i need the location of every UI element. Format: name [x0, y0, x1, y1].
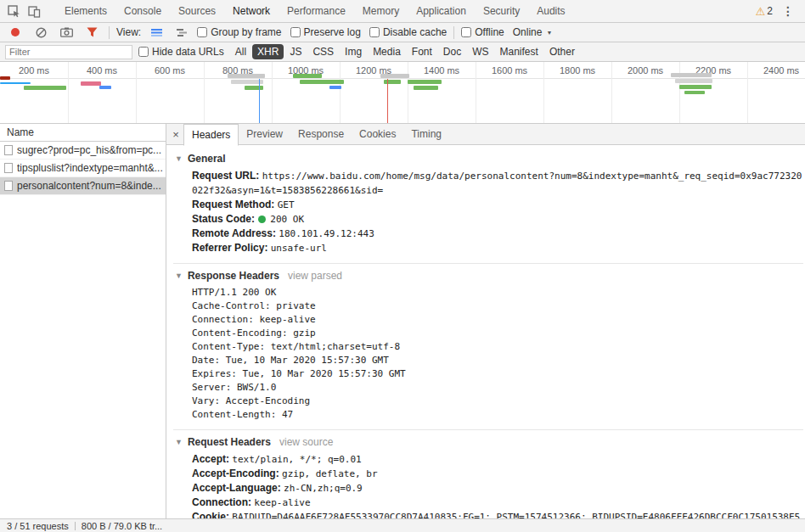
filter-type-css[interactable]: CSS	[307, 44, 339, 59]
detail-tab-timing[interactable]: Timing	[403, 124, 449, 144]
tab-network[interactable]: Network	[224, 0, 279, 22]
tab-memory[interactable]: Memory	[354, 0, 408, 22]
group-by-frame-checkbox-input[interactable]	[197, 27, 207, 37]
filter-type-js[interactable]: JS	[284, 44, 307, 59]
timeline-tick: 200 ms	[0, 62, 68, 78]
disable-cache-checkbox-input[interactable]	[369, 27, 380, 37]
waterfall-bar	[684, 91, 705, 94]
throttling-dropdown[interactable]: Online ▼	[509, 26, 556, 38]
detail-tab-headers[interactable]: Headers	[183, 124, 239, 146]
header-row: Accept-Language: zh-CN,zh;q=0.9	[173, 481, 803, 496]
header-value: keep-alive	[254, 497, 310, 508]
devtools-menu-icon[interactable]: ⋮	[780, 4, 797, 18]
view-toggle-link[interactable]: view parsed	[288, 270, 342, 282]
offline-checkbox[interactable]: Offline	[461, 26, 504, 38]
close-details-icon[interactable]: ×	[168, 128, 183, 141]
detail-tab-response[interactable]: Response	[290, 124, 352, 144]
hide-data-urls-input[interactable]	[138, 47, 149, 57]
disclosure-triangle-icon[interactable]: ▼	[175, 272, 183, 280]
source-line: Content-Length: 47	[173, 408, 803, 422]
timeline-gridline	[476, 62, 476, 123]
timeline-overview[interactable]: 200 ms400 ms600 ms800 ms1000 ms1200 ms14…	[0, 62, 805, 124]
page-event-line	[259, 79, 260, 123]
tab-sources[interactable]: Sources	[170, 0, 224, 22]
record-icon	[11, 28, 20, 36]
device-toolbar-icon[interactable]	[24, 2, 44, 20]
view-label: View:	[116, 26, 141, 38]
tab-performance[interactable]: Performance	[279, 0, 354, 22]
filter-type-other[interactable]: Other	[544, 44, 580, 59]
header-value: 180.101.49.12:443	[279, 228, 374, 239]
filter-type-img[interactable]: Img	[340, 44, 367, 59]
filter-type-all[interactable]: All	[230, 44, 251, 59]
tab-audits[interactable]: Audits	[528, 0, 573, 22]
capture-screenshots-button[interactable]	[56, 23, 76, 42]
timeline-gridline	[747, 62, 748, 123]
waterfall-bar	[245, 86, 263, 90]
source-line: Server: BWS/1.0	[173, 381, 803, 395]
detail-tabs: HeadersPreviewResponseCookiesTiming	[183, 124, 449, 144]
filter-type-ws[interactable]: WS	[467, 44, 493, 59]
waterfall-bar	[671, 73, 712, 77]
section-title: General	[188, 153, 226, 165]
tab-elements[interactable]: Elements	[56, 0, 115, 22]
chevron-down-icon: ▼	[546, 30, 552, 36]
timeline-tick: 1600 ms	[476, 62, 543, 78]
disclosure-triangle-icon[interactable]: ▼	[175, 438, 183, 446]
filter-type-manifest[interactable]: Manifest	[495, 44, 543, 59]
status-separator	[75, 522, 76, 530]
tabbar-right: ⚠ 2 ⋮	[756, 4, 802, 18]
view-toggle-link[interactable]: view source	[279, 436, 333, 448]
show-overview-button[interactable]	[172, 23, 192, 42]
disclosure-triangle-icon[interactable]: ▼	[175, 154, 183, 163]
header-value: unsafe-url	[271, 243, 327, 254]
filter-type-media[interactable]: Media	[368, 44, 406, 59]
use-small-rows-button[interactable]	[146, 23, 166, 42]
header-value: https://www.baidu.com/home/msg/data/pers…	[192, 171, 802, 196]
filter-type-font[interactable]: Font	[407, 44, 437, 59]
section-request-headers: ▼Request Headersview sourceAccept: text/…	[173, 429, 803, 518]
headers-detail-body: ▼GeneralRequest URL: https://www.baidu.c…	[166, 145, 805, 518]
filter-input[interactable]	[5, 45, 132, 59]
timeline-tick: 2400 ms	[747, 62, 805, 78]
disable-cache-checkbox[interactable]: Disable cache	[369, 26, 447, 38]
hide-data-urls-checkbox[interactable]: Hide data URLs	[138, 46, 224, 58]
request-row[interactable]: sugrec?prod=pc_his&from=pc...	[0, 142, 166, 160]
tab-security[interactable]: Security	[475, 0, 528, 22]
header-name: Referrer Policy:	[192, 242, 267, 254]
filter-type-xhr[interactable]: XHR	[252, 44, 284, 59]
header-row: Accept: text/plain, */*; q=0.01	[173, 452, 803, 467]
header-name: Request URL:	[192, 170, 259, 182]
throttling-value: Online	[513, 26, 543, 38]
name-column-header[interactable]: Name	[0, 124, 166, 142]
console-warnings-badge[interactable]: ⚠ 2	[756, 5, 773, 18]
request-row[interactable]: tipspluslist?indextype=manht&...	[0, 160, 166, 177]
request-row[interactable]: personalcontent?num=8&inde...	[0, 177, 166, 195]
clear-network-log-button[interactable]	[31, 23, 51, 42]
preserve-log-checkbox[interactable]: Preserve log	[290, 26, 361, 38]
waterfall-bar	[300, 80, 344, 84]
header-row: Referrer Policy: unsafe-url	[173, 241, 803, 255]
detail-tab-preview[interactable]: Preview	[239, 124, 290, 144]
section-response-headers: ▼Response Headersview parsedHTTP/1.1 200…	[173, 263, 803, 429]
filter-button[interactable]	[82, 23, 102, 42]
group-by-frame-checkbox[interactable]: Group by frame	[197, 26, 281, 38]
detail-tabbar: × HeadersPreviewResponseCookiesTiming	[166, 124, 805, 145]
inspect-element-icon[interactable]	[3, 2, 24, 20]
header-value: 200 OK	[270, 214, 304, 225]
devtools-tabbar: ElementsConsoleSourcesNetworkPerformance…	[0, 0, 805, 23]
preserve-log-checkbox-input[interactable]	[290, 27, 301, 37]
record-network-log-button[interactable]	[5, 23, 25, 42]
detail-tab-cookies[interactable]: Cookies	[352, 124, 403, 144]
requests-summary: 3 / 51 requests	[7, 521, 69, 531]
header-name: Accept-Encoding:	[192, 468, 279, 479]
tab-application[interactable]: Application	[408, 0, 475, 22]
file-icon	[4, 163, 13, 173]
tab-console[interactable]: Console	[115, 0, 170, 22]
header-name: Accept:	[192, 453, 229, 465]
header-row: Cookie: BAIDUID=D46AAF6E728AF5533970CC8D…	[173, 510, 803, 518]
transfer-summary: 800 B / 79.0 KB tr...	[82, 521, 162, 531]
timeline-gridline	[204, 62, 205, 123]
filter-type-doc[interactable]: Doc	[438, 44, 466, 59]
offline-checkbox-input[interactable]	[461, 27, 471, 37]
